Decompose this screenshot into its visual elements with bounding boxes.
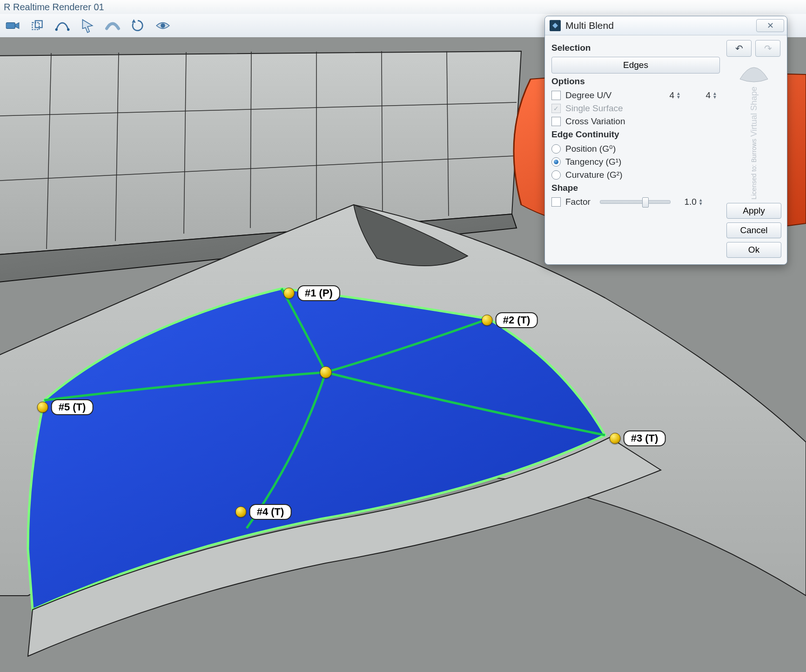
spinner-arrows-icon: ▲▼ [712,92,720,99]
dialog-body: Selection Edges Options Degree U/V 4 ▲▼ … [545,35,787,264]
single-surface-label: Single Surface [565,103,623,114]
brand-name: Virtual Shape [749,87,759,137]
factor-checkbox[interactable] [551,197,561,207]
edge-tag-label: #1 (P) [297,285,340,301]
tool-pick-button[interactable] [77,15,98,36]
continuity-g1-radio[interactable] [551,157,561,167]
tool-eye-button[interactable] [153,15,173,36]
spinner-arrows-icon: ▲▼ [676,92,684,99]
selection-heading: Selection [551,43,720,53]
box-icon [29,18,45,34]
factor-spinner[interactable]: 1.0 ▲▼ [680,197,706,207]
app-icon [550,20,561,31]
edge-dot-icon [37,402,48,413]
rotate-icon [130,18,146,34]
sweep-icon [105,18,121,34]
factor-slider[interactable] [600,200,671,204]
continuity-g0-radio[interactable] [551,144,561,154]
redo-icon: ↷ [764,43,772,54]
cancel-button[interactable]: Cancel [726,222,781,238]
edge-tag-4[interactable]: #4 (T) [235,504,292,520]
edge-dot-icon [610,433,621,444]
close-icon: ✕ [767,20,774,31]
continuity-heading: Edge Continuity [551,129,720,140]
edge-tag-label: #2 (T) [496,312,538,328]
edge-tag-3[interactable]: #3 (T) [610,430,666,446]
continuity-g1-row[interactable]: Tangency (G¹) [551,157,720,167]
continuity-g2-radio[interactable] [551,170,561,180]
tool-curve-button[interactable] [52,15,73,36]
tool-camera-button[interactable] [2,15,22,36]
svg-point-4 [55,28,58,31]
edge-tag-1[interactable]: #1 (P) [283,285,340,301]
degree-u-spinner[interactable]: 4 ▲▼ [663,90,684,101]
undo-button[interactable]: ↶ [726,40,752,57]
option-single-surface-row: ✓ Single Surface [551,103,720,114]
factor-value: 1.0 [680,197,697,207]
option-cross-variation-row: Cross Variation [551,116,720,127]
undo-icon: ↶ [735,43,743,54]
multiblend-dialog: Multi Blend ✕ Selection Edges Options De… [544,16,787,265]
dialog-close-button[interactable]: ✕ [756,19,784,32]
center-node[interactable] [320,366,332,378]
shape-factor-row: Factor 1.0 ▲▼ [551,197,720,207]
cross-variation-checkbox[interactable] [551,117,561,126]
single-surface-checkbox: ✓ [551,104,561,113]
continuity-g2-row[interactable]: Curvature (G²) [551,170,720,180]
ok-button[interactable]: Ok [726,242,781,258]
edge-dot-icon [482,315,493,326]
eye-icon [155,18,171,34]
camera-icon [4,18,20,34]
degree-label: Degree U/V [565,90,658,101]
redo-button[interactable]: ↷ [755,40,780,57]
degree-v-value: 4 [699,90,711,101]
factor-label: Factor [565,197,591,207]
svg-marker-1 [15,23,19,29]
window-titlebar: R Realtime Renderer 01 [0,0,806,14]
edge-dot-icon [235,506,247,517]
apply-button[interactable]: Apply [726,203,781,219]
dialog-titlebar[interactable]: Multi Blend ✕ [545,16,787,35]
continuity-g1-label: Tangency (G¹) [565,157,621,167]
degree-v-spinner[interactable]: 4 ▲▼ [699,90,720,101]
tool-rotate-button[interactable] [128,15,148,36]
brand-shape-icon [738,60,770,84]
tool-box-button[interactable] [27,15,47,36]
continuity-g2-label: Curvature (G²) [565,170,622,180]
window-title: R Realtime Renderer 01 [4,2,104,13]
continuity-g0-row[interactable]: Position (G⁰) [551,143,720,154]
edge-tag-5[interactable]: #5 (T) [37,399,94,415]
dialog-title: Multi Blend [565,20,756,31]
degree-checkbox[interactable] [551,91,561,100]
svg-point-5 [67,28,69,31]
slider-thumb[interactable] [642,197,649,208]
shape-heading: Shape [551,183,720,193]
edge-tag-label: #4 (T) [249,504,292,520]
continuity-g0-label: Position (G⁰) [565,143,616,154]
degree-u-value: 4 [663,90,674,101]
edge-tag-label: #5 (T) [51,399,94,415]
cross-variation-label: Cross Variation [565,116,625,127]
dialog-right: ↶ ↷ Virtual Shape Licensed to: Burrows A… [726,40,781,258]
options-heading: Options [551,76,720,87]
dialog-left: Selection Edges Options Degree U/V 4 ▲▼ … [551,40,720,258]
svg-point-7 [161,23,165,28]
curve-icon [54,18,70,34]
edge-tag-2[interactable]: #2 (T) [482,312,538,328]
svg-marker-6 [132,19,136,22]
tool-sweep-button[interactable] [102,15,123,36]
edge-dot-icon [283,288,295,299]
pick-icon [80,18,95,34]
brand-logo: Virtual Shape Licensed to: Burrows [726,60,781,199]
svg-marker-17 [552,23,558,28]
brand-license: Licensed to: Burrows [750,139,758,200]
spinner-arrows-icon: ▲▼ [699,198,706,206]
option-degree-row: Degree U/V 4 ▲▼ 4 ▲▼ [551,90,720,101]
edge-tag-label: #3 (T) [624,430,666,446]
svg-rect-0 [6,23,15,29]
edges-button[interactable]: Edges [551,57,720,74]
